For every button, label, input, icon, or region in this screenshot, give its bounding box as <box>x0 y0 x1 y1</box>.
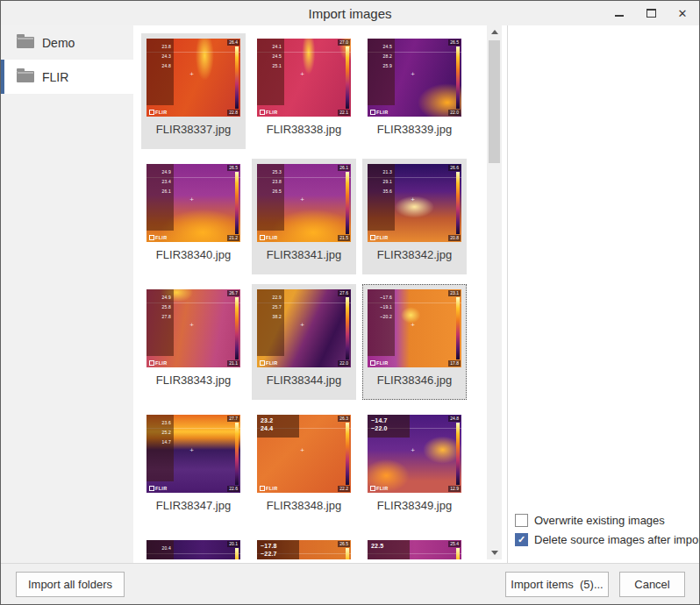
scale-min-label: 22.6 <box>227 486 239 492</box>
thermal-thumbnail[interactable]: + 23.625.214.7 27.7 22.6 FLIR <box>146 415 240 493</box>
measurement-value: ~17.6 <box>368 295 392 300</box>
flir-logo: FLIR <box>260 360 277 366</box>
thermal-thumbnail[interactable]: + ~17.8~22.7 26.5 FLIR <box>257 540 351 559</box>
scale-min-label: 20.8 <box>448 235 461 241</box>
image-cell[interactable]: + 23.224.4 26.3 22.2 FLIR FLIR38348.jpg <box>252 409 356 525</box>
thermal-thumbnail[interactable]: + 22.5 25.4 FLIR <box>368 540 461 559</box>
sidebar-item-demo[interactable]: Demo <box>1 25 133 60</box>
image-cell[interactable]: + 23.824.324.8 26.4 22.8 FLIR FLIR38337.… <box>141 33 246 149</box>
flir-logo: FLIR <box>149 235 167 240</box>
scale-max-label: 26.5 <box>227 165 239 171</box>
sidebar-item-flir[interactable]: FLIR <box>1 60 133 94</box>
checkbox[interactable]: ✓ <box>515 514 528 527</box>
measurement-panel: 25.323.826.5 <box>257 164 284 231</box>
flir-logo: FLIR <box>149 486 167 491</box>
scale-min-label: 21.5 <box>338 235 350 241</box>
temperature-scale-bar <box>456 423 460 485</box>
image-cell[interactable]: + 25.323.826.5 26.1 21.5 FLIR FLIR38341.… <box>252 159 356 274</box>
flir-logo: FLIR <box>370 486 388 491</box>
image-cell[interactable]: + 23.625.214.7 27.7 22.6 FLIR FLIR38347.… <box>141 409 246 525</box>
thermal-thumbnail[interactable]: + 23.224.4 26.3 22.2 FLIR <box>257 415 351 493</box>
image-cell[interactable]: + 24.923.426.1 26.5 21.2 FLIR FLIR38340.… <box>141 159 246 274</box>
image-cell[interactable]: + 21.329.135.6 26.6 20.8 FLIR FLIR38342.… <box>362 159 467 274</box>
flir-logo: FLIR <box>370 110 388 115</box>
image-cell[interactable]: + ~17.6~19.1~20.2 23.1 17.8 FLIR FLIR383… <box>362 284 467 400</box>
measurement-panel: ~17.8~22.7 <box>257 540 299 559</box>
image-cell[interactable]: + ~17.8~22.7 26.5 FLIR <box>252 535 356 559</box>
crosshair-marker: + <box>300 71 304 78</box>
crosshair-marker: + <box>189 322 194 329</box>
temperature-scale-bar <box>346 172 349 234</box>
thermal-thumbnail[interactable]: + 24.925.827.8 26.7 21.1 FLIR <box>146 289 240 367</box>
measurement-panel: 23.824.324.8 <box>146 39 174 105</box>
image-cell[interactable]: + 22.925.738.2 27.6 22.0 FLIR FLIR38344.… <box>252 284 356 400</box>
scroll-up-button[interactable] <box>487 25 502 39</box>
folder-label: Demo <box>42 36 75 50</box>
option-delete-source-images-after-import[interactable]: ✓ Delete source images after import <box>515 533 700 546</box>
measurement-value: ~22.7 <box>261 551 299 557</box>
measurement-value: 23.8 <box>257 180 282 184</box>
footer-bar: Import all folders Import items (5)... C… <box>1 563 700 605</box>
measurement-value: 23.6 <box>146 421 171 425</box>
temperature-scale-bar <box>456 46 460 109</box>
image-cell[interactable]: + 24.925.827.8 26.7 21.1 FLIR FLIR38343.… <box>141 284 246 400</box>
measurement-value: 35.6 <box>368 189 392 194</box>
import-all-folders-button[interactable]: Import all folders <box>16 572 125 597</box>
maximize-button[interactable] <box>641 4 661 23</box>
minimize-button[interactable] <box>610 4 629 23</box>
image-filename: FLIR38337.jpg <box>141 123 246 136</box>
thermal-thumbnail[interactable]: + 21.329.135.6 26.6 20.8 FLIR <box>368 164 461 242</box>
option-label: Overwrite existing images <box>534 514 665 527</box>
thermal-thumbnail[interactable]: + 24.528.225.9 26.5 22.0 FLIR <box>368 39 461 117</box>
import-items-button[interactable]: Import items (5)... <box>505 572 609 597</box>
measurement-value: 38.2 <box>257 315 282 319</box>
image-cell[interactable]: + 24.528.225.9 26.5 22.0 FLIR FLIR38339.… <box>362 33 467 149</box>
image-filename: FLIR38339.jpg <box>362 123 467 136</box>
measurement-panel: 20.4 <box>146 540 174 559</box>
temperature-scale-bar <box>346 548 349 559</box>
thermal-thumbnail[interactable]: + ~17.6~19.1~20.2 23.1 17.8 FLIR <box>368 289 461 367</box>
thermal-thumbnail[interactable]: + 23.824.324.8 26.4 22.8 FLIR <box>146 39 240 117</box>
measurement-value: 24.4 <box>261 425 299 431</box>
scrollbar[interactable] <box>487 25 502 559</box>
crosshair-marker: + <box>300 322 304 329</box>
temperature-scale-bar <box>346 423 349 485</box>
flir-logo: FLIR <box>260 235 277 240</box>
minimize-icon <box>615 15 624 17</box>
measurement-value: 25.8 <box>146 305 171 310</box>
measurement-value: 21.3 <box>368 170 392 174</box>
scroll-down-button[interactable] <box>487 546 502 559</box>
image-cell[interactable]: + 22.5 25.4 FLIR <box>362 535 467 559</box>
thermal-thumbnail[interactable]: + ~14.7~22.0 24.8 12.9 FLIR <box>368 415 461 493</box>
cancel-button[interactable]: Cancel <box>619 572 685 597</box>
temperature-scale-bar <box>235 172 239 234</box>
close-button[interactable]: ✕ <box>673 4 692 23</box>
option-overwrite-existing-images[interactable]: ✓ Overwrite existing images <box>515 514 700 527</box>
measurement-value: 22.9 <box>257 295 282 300</box>
thermal-thumbnail[interactable]: + 24.124.525.1 27.0 22.1 FLIR <box>257 39 351 117</box>
titlebar: Import images ✕ <box>1 1 699 25</box>
scrollbar-thumb[interactable] <box>489 40 500 163</box>
measurement-value: ~20.2 <box>368 315 392 319</box>
thermal-thumbnail[interactable]: + 24.923.426.1 26.5 21.2 FLIR <box>146 164 240 242</box>
checkbox[interactable]: ✓ <box>515 533 528 546</box>
options-panel: ✓ Overwrite existing images ✓ Delete sou… <box>507 25 700 563</box>
image-cell[interactable]: + ~14.7~22.0 24.8 12.9 FLIR FLIR38349.jp… <box>362 409 467 525</box>
measurement-value: 25.7 <box>257 305 282 310</box>
thermal-thumbnail[interactable]: + 25.323.826.5 26.1 21.5 FLIR <box>257 164 351 242</box>
thermal-thumbnail[interactable]: + 22.925.738.2 27.6 22.0 FLIR <box>257 289 351 367</box>
crosshair-marker: + <box>189 447 194 454</box>
scale-min-label: 12.9 <box>448 486 461 492</box>
image-filename: FLIR38341.jpg <box>252 248 356 261</box>
dialog-title: Import images <box>1 6 699 21</box>
option-label: Delete source images after import <box>534 533 700 546</box>
flir-logo: FLIR <box>260 486 277 491</box>
image-cell[interactable]: + 20.4 20.1 FLIR <box>141 535 246 559</box>
maximize-icon <box>646 9 656 18</box>
temperature-scale-bar <box>346 46 349 109</box>
image-cell[interactable]: + 24.124.525.1 27.0 22.1 FLIR FLIR38338.… <box>252 33 356 149</box>
thermal-thumbnail[interactable]: + 20.4 20.1 FLIR <box>146 540 240 559</box>
measurement-panel: 24.528.225.9 <box>368 39 395 105</box>
image-filename: FLIR38346.jpg <box>362 374 467 387</box>
import-images-dialog: Import images ✕ Demo FLIR + 23.824.324.8… <box>0 0 700 605</box>
